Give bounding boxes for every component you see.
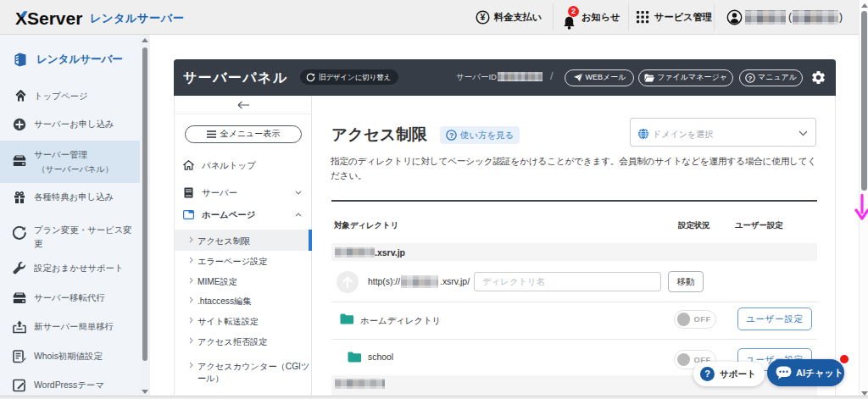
svg-text:?: ? <box>449 131 453 140</box>
svg-text:¥: ¥ <box>481 12 486 22</box>
svg-text:?: ? <box>748 75 753 82</box>
